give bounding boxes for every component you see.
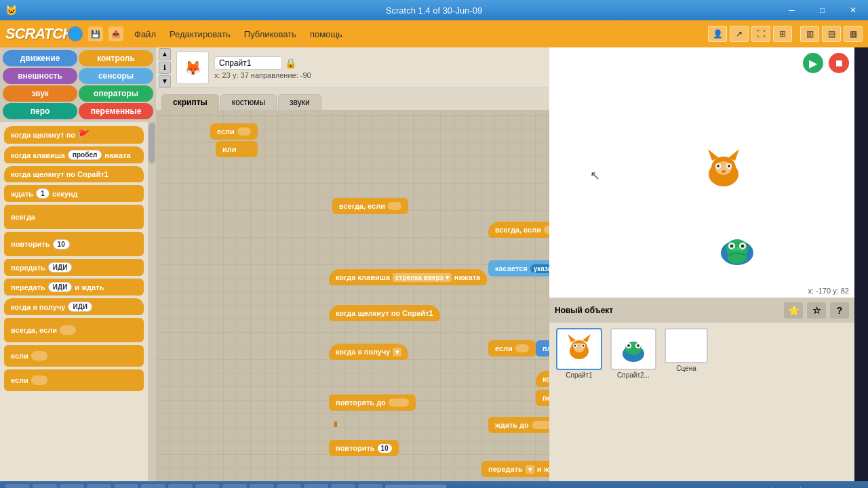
lock-icon[interactable]: 🔒 xyxy=(285,58,296,68)
paint-sprite-btn[interactable]: ⭐ xyxy=(784,302,803,319)
script-repeat-until: повторять до xyxy=(329,394,416,427)
stop-button[interactable]: ⏹ xyxy=(829,53,849,73)
wait-until-block[interactable]: ждать до xyxy=(488,417,549,433)
ppt-icon[interactable]: 📊 xyxy=(250,484,274,488)
forever-block[interactable]: всегда xyxy=(4,205,144,229)
svg-point-24 xyxy=(583,345,585,347)
repeat-until-block[interactable]: повторять до xyxy=(329,394,416,411)
word-icon[interactable]: 📝 xyxy=(277,484,301,488)
help-menu[interactable]: помощь xyxy=(304,26,348,42)
forever-if-right-hat[interactable]: всегда, если xyxy=(488,222,549,238)
minimize-button[interactable]: ─ xyxy=(776,0,807,20)
glide-block[interactable]: плыть 1 секунд в точку x: 23 y: 37 xyxy=(536,340,549,357)
sprite-name-input[interactable] xyxy=(214,56,282,70)
user-icon[interactable]: 👤 xyxy=(708,26,727,42)
repeat-10-block[interactable]: повторить 10 xyxy=(329,440,399,456)
ie-icon[interactable]: 🌐 xyxy=(33,484,57,488)
sprite-coords: x: 23 y: 37 направление: -90 xyxy=(214,71,311,79)
taskbar: ⊞ 🌐 📁 🏠 💼 📧 📊 📓 📤 📊 📝 🔴 🦊 🐱 🐱 Scratch 1.… xyxy=(0,481,868,488)
forever-if-script[interactable]: всегда, если xyxy=(332,198,408,214)
excel-icon[interactable]: 📊 xyxy=(168,484,193,488)
scratch-taskbar-icon[interactable]: 🐱 xyxy=(358,484,382,488)
fullscreen-icon[interactable]: ⛶ xyxy=(751,26,770,42)
script-if-right: если xyxy=(488,340,536,369)
outlook-icon[interactable]: 📤 xyxy=(222,484,247,488)
maximize-button[interactable]: □ xyxy=(807,0,837,20)
when-receive-block[interactable]: когда я получу ИДИ xyxy=(4,298,144,315)
cat-looks[interactable]: внешность xyxy=(3,68,77,84)
left-scrollbar[interactable] xyxy=(148,122,156,481)
if-right-block[interactable]: если xyxy=(488,340,536,357)
close-button[interactable]: ✕ xyxy=(837,0,868,20)
browse-sprite-btn[interactable]: ☆ xyxy=(807,302,826,319)
when-clicked-block[interactable]: когда щелкнут по Спрайт1 xyxy=(4,166,144,182)
broadcast-wait-block[interactable]: передать ИДИ и ждать xyxy=(4,279,144,296)
svg-point-5 xyxy=(717,165,719,167)
start-button[interactable]: ⊞ xyxy=(5,484,30,488)
app-bag-icon[interactable]: 💼 xyxy=(114,484,138,488)
or-block-script[interactable]: или xyxy=(216,141,258,157)
cat-sensing[interactable]: сенсоры xyxy=(79,68,153,84)
scratch-active-app[interactable]: 🐱 Scratch 1.4 xyxy=(385,485,446,488)
repeat-block[interactable]: повторить 10 xyxy=(4,232,144,256)
email-icon[interactable]: 📧 xyxy=(141,484,165,488)
home-icon[interactable]: 🏠 xyxy=(87,484,111,488)
tab-sounds[interactable]: звуки xyxy=(278,94,321,110)
red-app-icon[interactable]: 🔴 xyxy=(304,484,328,488)
left-panel: движение контроль внешность сенсоры звук… xyxy=(0,47,156,481)
cat-motion[interactable]: движение xyxy=(3,50,77,66)
window-controls: ─ □ ✕ xyxy=(776,0,868,20)
layout-btn3[interactable]: ▦ xyxy=(844,26,863,42)
onenote-icon[interactable]: 📓 xyxy=(195,484,220,488)
receive-hat[interactable]: когда я получу ▾ xyxy=(329,344,408,360)
sprite-item-2[interactable]: Спрайт2... xyxy=(609,328,658,379)
pointer-icon[interactable]: ↗ xyxy=(730,26,749,42)
forever-if-block[interactable]: всегда, если xyxy=(4,318,144,342)
when-flag-clicked-block[interactable]: когда щелкнут по 🚩 xyxy=(4,126,144,144)
broadcast-block[interactable]: передать ИДИ xyxy=(4,259,144,276)
key-up-hat[interactable]: когда клавиша стрелка вверх ▾ нажата xyxy=(329,269,487,285)
sprite-add-icons: ⭐ ☆ ? xyxy=(784,302,849,319)
if-block[interactable]: если xyxy=(4,345,144,367)
grid-icon[interactable]: ⊞ xyxy=(773,26,792,42)
svg-marker-25 xyxy=(568,334,576,342)
firefox-icon[interactable]: 🦊 xyxy=(331,484,355,488)
publish-menu[interactable]: Публиковать xyxy=(239,26,302,42)
script-key-up: когда клавиша стрелка вверх ▾ нажата xyxy=(329,269,487,285)
cat-operators[interactable]: операторы xyxy=(79,85,153,102)
explorer-icon[interactable]: 📁 xyxy=(60,484,84,488)
layout-btn1[interactable]: ▥ xyxy=(800,26,819,42)
broadcast-idi[interactable]: передать ИДИ ▾ xyxy=(536,390,549,406)
save-icon[interactable]: 💾 xyxy=(88,26,103,41)
cat-sound[interactable]: звук xyxy=(3,85,77,102)
sprite-item-1[interactable]: Спрайт1 xyxy=(555,328,604,379)
when-key-pressed-block[interactable]: когда клавиша пробел нажата xyxy=(4,146,144,163)
flag-right-hat[interactable]: когда щелкнут по 🚩 xyxy=(536,371,549,387)
green-flag-button[interactable]: ▶ xyxy=(803,53,823,73)
layout-btn2[interactable]: ▤ xyxy=(822,26,841,42)
collapse-btn[interactable]: ▼ xyxy=(159,75,171,87)
cat-pen[interactable]: перо xyxy=(3,103,77,119)
if-block-script[interactable]: если xyxy=(210,123,258,140)
if-block-2[interactable]: если xyxy=(4,369,144,391)
touching-block[interactable]: касается указатель мыши ? xyxy=(488,260,549,277)
globe-button[interactable]: 🌐 xyxy=(68,26,83,41)
scene-item[interactable]: Сцена xyxy=(663,328,709,379)
broadcast-wait-script[interactable]: передать ▾ и ждать xyxy=(481,461,549,477)
share-icon[interactable]: 📤 xyxy=(108,26,123,41)
scripts-area[interactable]: если или всегда, если когда клавиша стре… xyxy=(156,110,549,481)
cat-variables[interactable]: переменные xyxy=(79,103,153,119)
scrollbar-thumb[interactable] xyxy=(149,123,155,163)
center-panel: ▲ ℹ ▼ 🦊 🔒 x: 23 y: 37 направление: -90 с… xyxy=(156,47,549,481)
svg-point-23 xyxy=(574,345,576,347)
file-menu[interactable]: Файл xyxy=(129,26,161,42)
edit-menu[interactable]: Редактировать xyxy=(164,26,236,42)
wait-block[interactable]: ждать 1 секунд xyxy=(4,185,144,202)
clicked-sprite-hat[interactable]: когда щелкнут по Спрайт1 xyxy=(329,305,440,321)
info-btn[interactable]: ℹ xyxy=(159,62,171,74)
expand-btn[interactable]: ▲ xyxy=(159,48,171,60)
tab-costumes[interactable]: костюмы xyxy=(220,94,277,110)
cat-control[interactable]: контроль xyxy=(79,50,153,66)
tab-scripts[interactable]: скрипты xyxy=(161,94,219,110)
camera-sprite-btn[interactable]: ? xyxy=(830,302,849,319)
